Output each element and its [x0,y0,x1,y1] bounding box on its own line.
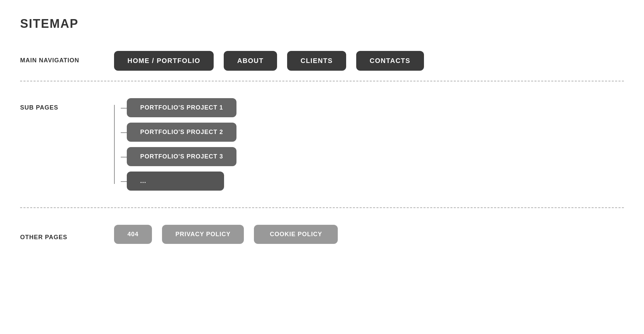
nav-item-about[interactable]: ABOUT [224,51,277,71]
other-pages-section: OTHER PAGES 404 PRIVACY POLICY COOKIE PO… [20,218,624,251]
other-pages-label: OTHER PAGES [20,228,114,241]
page-title: SITEMAP [20,17,624,31]
other-page-privacy-policy[interactable]: PRIVACY POLICY [162,225,244,244]
divider-2 [20,207,624,208]
table-row: PORTFOLIO'S PROJECT 2 [121,123,236,142]
table-row: PORTFOLIO'S PROJECT 1 [121,98,236,117]
main-navigation-section: MAIN NAVIGATION HOME / PORTFOLIO ABOUT C… [20,51,624,71]
main-navigation-label: MAIN NAVIGATION [20,51,114,64]
nav-item-clients[interactable]: CLIENTS [287,51,346,71]
table-row: PORTFOLIO'S PROJECT 3 [121,147,236,166]
nav-item-home-portfolio[interactable]: HOME / PORTFOLIO [114,51,214,71]
sub-pages-label: SUB PAGES [20,98,114,111]
sub-page-project1[interactable]: PORTFOLIO'S PROJECT 1 [127,98,236,117]
sub-pages-section: SUB PAGES PORTFOLIO'S PROJECT 1 PORTFOLI… [20,91,624,197]
table-row: ... [121,172,236,191]
main-navigation-items: HOME / PORTFOLIO ABOUT CLIENTS CONTACTS [114,51,424,71]
sub-page-more[interactable]: ... [127,172,224,191]
sub-pages-items: PORTFOLIO'S PROJECT 1 PORTFOLIO'S PROJEC… [114,98,236,191]
nav-item-contacts[interactable]: CONTACTS [356,51,424,71]
sub-page-project2[interactable]: PORTFOLIO'S PROJECT 2 [127,123,236,142]
other-pages-items: 404 PRIVACY POLICY COOKIE POLICY [114,225,338,244]
other-page-404[interactable]: 404 [114,225,152,244]
other-page-cookie-policy[interactable]: COOKIE POLICY [254,225,338,244]
divider-1 [20,81,624,81]
sub-page-project3[interactable]: PORTFOLIO'S PROJECT 3 [127,147,236,166]
